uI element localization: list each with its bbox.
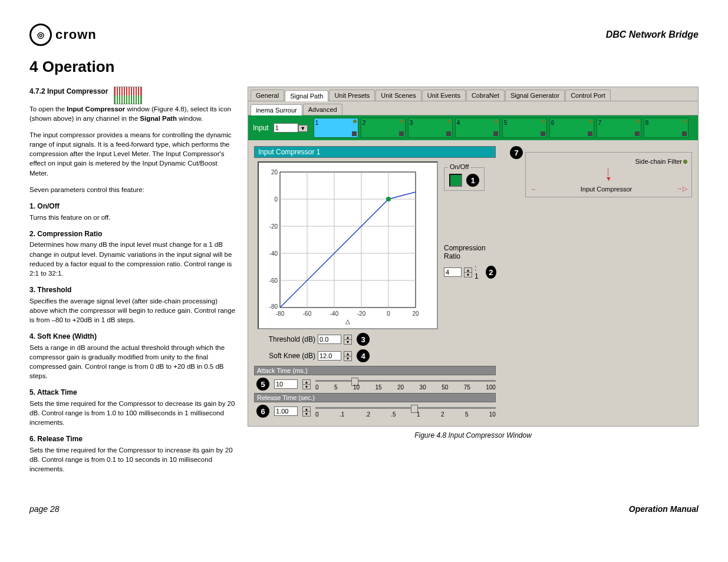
threshold-input[interactable] [318,335,341,344]
param-body: Turns this feature on or off. [29,213,236,222]
channel-5[interactable]: 5 [502,118,547,138]
status-dot-icon [683,160,687,164]
svg-text:20: 20 [412,310,419,317]
arrow-right-out-icon: →▷ [676,185,687,193]
param-body: Specifies the average signal level (afte… [29,296,236,325]
brand-text: crown [55,27,97,42]
ratio-label: Compression Ratio [444,244,496,260]
compressor-graph: 200-20-40-60-80 -80-60-40-20020 △ [258,161,438,329]
callout-7: 7 [510,146,523,159]
param-heading: 1. On/Off [29,201,236,211]
logo-icon: ◎ [29,24,52,46]
onoff-label: On/Off [448,163,470,170]
ratio-spinner[interactable]: ▲▼ [464,267,472,277]
main-tabs: GeneralSignal PathUnit PresetsUnit Scene… [248,87,698,101]
tab-unit-events[interactable]: Unit Events [422,90,466,101]
input-label: Input [251,124,271,132]
release-slider[interactable]: 0.1.2.512510 [315,405,496,418]
attack-spinner[interactable]: ▲▼ [302,379,311,389]
section-heading: 4.7.2 Input Compressor [29,87,108,97]
release-title: Release Time (sec.) [254,393,496,402]
svg-text:-20: -20 [357,310,366,317]
threshold-label: Threshold (dB) [258,335,315,343]
channel-8[interactable]: 8 [644,118,689,138]
param-body: Sets the time required for the Compresso… [29,399,236,427]
intro-p3: Seven parameters control this feature: [29,185,236,194]
arrow-down-icon: │▼ [529,168,688,182]
param-body: Sets the time required for the Compresso… [29,445,236,474]
callout-4: 4 [357,349,370,362]
onoff-group: On/Off 1 [444,167,485,191]
svg-text:-60: -60 [303,310,312,317]
page-title: 4 Operation [29,58,699,76]
svg-text:20: 20 [271,169,278,176]
tab-signal-path[interactable]: Signal Path [285,90,328,101]
onoff-button[interactable] [449,174,462,187]
intro-p1: To open the Input Compressor window (Fig… [29,104,236,123]
page-number: page 28 [29,504,60,514]
sub-tabs: inema SurrourAdvanced [248,101,698,115]
svg-text:0: 0 [274,196,278,203]
param-body: Sets a range in dB around the actual thr… [29,343,236,381]
attack-input[interactable] [274,379,298,389]
channel-4[interactable]: 4 [455,118,500,138]
tab-cobranet[interactable]: CobraNet [466,90,505,101]
input-select[interactable] [274,123,298,133]
softknee-label: Soft Knee (dB) [258,352,315,360]
param-heading: 4. Soft Knee (Width) [29,332,236,342]
callout-2: 2 [486,266,496,279]
callout-5: 5 [256,378,269,391]
svg-point-9 [386,197,391,201]
svg-text:-20: -20 [269,223,278,230]
param-body: Determines how many dB the input level m… [29,240,236,277]
app-window: GeneralSignal PathUnit PresetsUnit Scene… [248,87,699,427]
graph-slider-handle-icon[interactable]: △ [262,318,433,325]
release-spinner[interactable]: ▲▼ [302,406,311,416]
callout-1: 1 [466,174,479,187]
svg-text:-80: -80 [276,310,285,317]
tab-general[interactable]: General [251,90,284,101]
brand-logo: ◎ crown [29,24,97,46]
channel-1[interactable]: 1 [314,118,358,138]
tab-control-port[interactable]: Control Port [565,90,611,101]
attack-title: Attack Time (ms.) [254,366,496,375]
ratio-suffix: : 1 [475,264,481,280]
callout-3: 3 [357,333,370,346]
intro-p2: The input compressor provides a means fo… [29,130,236,177]
tab-unit-scenes[interactable]: Unit Scenes [375,90,421,101]
subtab[interactable]: Advanced [303,104,342,115]
arrow-right-in-icon: → [530,186,536,193]
param-heading: 6. Release Time [29,434,236,444]
input-toolbar: Input ▼ 12345678 [248,115,698,140]
panel-title: Input Compressor 1 [254,146,496,158]
input-dropdown-icon[interactable]: ▼ [298,125,308,132]
channel-6[interactable]: 6 [549,118,594,138]
tab-unit-presets[interactable]: Unit Presets [329,90,375,101]
release-input[interactable] [274,406,298,416]
svg-text:-40: -40 [330,310,339,317]
threshold-spinner[interactable]: ▲▼ [344,335,352,345]
svg-text:-60: -60 [269,277,278,284]
compressor-thumbnail-icon [114,87,142,104]
svg-text:-80: -80 [269,303,278,310]
tab-signal-generator[interactable]: Signal Generator [505,90,565,101]
product-name: DBC Network Bridge [606,29,699,40]
param-heading: 3. Threshold [29,285,236,295]
param-heading: 5. Attack Time [29,388,236,398]
figure-caption: Figure 4.8 Input Compressor Window [248,431,699,439]
attack-slider[interactable]: 05101520305075100 [315,378,496,391]
svg-text:-40: -40 [269,250,278,257]
channel-7[interactable]: 7 [597,118,641,138]
subtab[interactable]: inema Surrour [251,104,302,115]
softknee-spinner[interactable]: ▲▼ [344,351,352,361]
ratio-input[interactable] [444,267,462,277]
param-heading: 2. Compression Ratio [29,229,236,239]
sidechain-filter-label: Side-chain Filter [635,158,682,165]
input-compressor-label: Input Compressor [581,186,632,193]
manual-label: Operation Manual [629,504,699,514]
signal-chain-box: Side-chain Filter │▼ →Input Compressor→▷ [525,152,692,197]
softknee-input[interactable] [318,351,341,361]
channel-2[interactable]: 2 [361,118,406,138]
channel-3[interactable]: 3 [408,118,453,138]
svg-text:0: 0 [387,310,390,317]
